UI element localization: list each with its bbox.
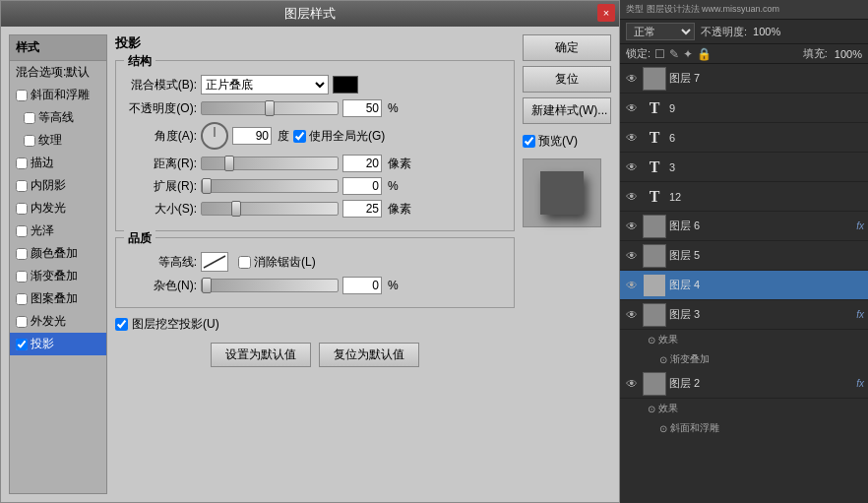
layer-item-layer5[interactable]: 👁 图层 5 <box>620 241 868 271</box>
pattern-overlay-checkbox[interactable] <box>16 293 28 305</box>
ps-blend-select[interactable]: 正常 <box>626 23 695 40</box>
layer-item-layer7[interactable]: 👁 图层 7 <box>620 64 868 94</box>
layer-item-layer3t[interactable]: 👁 T 3 <box>620 153 868 182</box>
global-light-text: 使用全局光(G) <box>309 128 385 145</box>
new-style-button[interactable]: 新建样式(W)... <box>523 97 611 124</box>
sidebar-item-color-overlay[interactable]: 颜色叠加 <box>10 242 106 265</box>
lock-icon2[interactable]: ✎ <box>669 47 679 61</box>
lock-icon4[interactable]: 🔒 <box>697 47 712 61</box>
color-overlay-checkbox[interactable] <box>16 248 28 260</box>
layer-knockout-checkbox[interactable] <box>115 318 128 331</box>
layer-item-layer6t[interactable]: 👁 T 6 <box>620 123 868 153</box>
sidebar-item-texture[interactable]: 纹理 <box>10 129 106 152</box>
outer-glow-checkbox[interactable] <box>16 316 28 328</box>
stroke-checkbox[interactable] <box>16 157 28 169</box>
distance-slider[interactable] <box>201 157 339 170</box>
layer3t-type: T <box>643 158 666 176</box>
preview-label[interactable]: 预览(V) <box>523 133 611 150</box>
ps-opacity-label: 不透明度: <box>701 25 747 39</box>
distance-input[interactable] <box>342 155 382 172</box>
contour-checkbox[interactable] <box>24 112 35 124</box>
layer-item-layer2[interactable]: 👁 图层 2 fx <box>620 369 868 399</box>
layer-item-layer4[interactable]: 👁 图层 4 <box>620 271 868 300</box>
ps-header-text: 类型 图层设计法法 www.missyuan.com <box>626 3 779 16</box>
ok-button[interactable]: 确定 <box>523 34 611 61</box>
size-slider[interactable] <box>201 202 339 216</box>
layer3t-eye[interactable]: 👁 <box>624 159 640 175</box>
sidebar-item-blending[interactable]: 混合选项:默认 <box>10 61 106 84</box>
sidebar-item-satin[interactable]: 光泽 <box>10 220 106 242</box>
blend-color-swatch[interactable] <box>333 76 358 94</box>
layer12-eye[interactable]: 👁 <box>624 189 640 205</box>
layer4-eye[interactable]: 👁 <box>624 278 640 293</box>
layer7-name: 图层 7 <box>669 71 864 86</box>
layer2-effects-header[interactable]: ⊙ 效果 <box>620 399 868 418</box>
spread-slider[interactable] <box>201 179 339 193</box>
layer12-type: T <box>643 188 666 206</box>
gradient-overlay-checkbox[interactable] <box>16 271 28 283</box>
texture-checkbox[interactable] <box>24 135 35 147</box>
global-light-label[interactable]: 使用全局光(G) <box>293 128 385 145</box>
lock-icon3[interactable]: ✦ <box>683 47 693 61</box>
bevel-checkbox[interactable] <box>16 90 28 101</box>
layer-item-layer3r[interactable]: 👁 图层 3 fx <box>620 300 868 330</box>
spread-input[interactable] <box>342 177 382 195</box>
inner-shadow-checkbox[interactable] <box>16 180 28 192</box>
layer9-eye[interactable]: 👁 <box>624 100 640 116</box>
blend-mode-select[interactable]: 正片叠底 正常 溶解 <box>201 75 329 94</box>
layer6r-eye[interactable]: 👁 <box>624 219 640 234</box>
reset-default-button[interactable]: 复位为默认值 <box>319 343 419 367</box>
sidebar-item-stroke[interactable]: 描边 <box>10 152 106 174</box>
layer-item-layer9[interactable]: 👁 T 9 <box>620 94 868 123</box>
noise-slider[interactable] <box>201 279 339 292</box>
sidebar-item-gradient-overlay[interactable]: 渐变叠加 <box>10 265 106 287</box>
layer-item-layer6r[interactable]: 👁 图层 6 fx <box>620 212 868 241</box>
layer7-eye[interactable]: 👁 <box>624 71 640 87</box>
noise-unit: % <box>388 279 399 292</box>
structure-section: 结构 混合模式(B): 正片叠底 正常 溶解 不透明度(O): <box>115 60 515 231</box>
bevel-effect-label: 斜面和浮雕 <box>670 421 719 435</box>
preview-checkbox[interactable] <box>523 135 535 148</box>
size-unit: 像素 <box>388 201 411 218</box>
opacity-slider[interactable] <box>201 101 339 115</box>
outer-glow-label: 外发光 <box>31 313 66 330</box>
global-light-checkbox[interactable] <box>293 130 306 143</box>
layer3r-effects-header[interactable]: ⊙ 效果 <box>620 330 868 349</box>
sidebar-item-inner-shadow[interactable]: 内阴影 <box>10 174 106 197</box>
cancel-button[interactable]: 复位 <box>523 66 611 93</box>
ps-lock-label: 锁定: <box>626 46 651 61</box>
size-thumb[interactable] <box>231 201 241 217</box>
set-default-button[interactable]: 设置为默认值 <box>211 343 311 367</box>
sidebar-item-outer-glow[interactable]: 外发光 <box>10 310 106 333</box>
sidebar-item-drop-shadow[interactable]: 投影 <box>10 333 106 355</box>
anti-alias-checkbox[interactable] <box>238 256 251 269</box>
layer6t-eye[interactable]: 👁 <box>624 130 640 146</box>
inner-glow-checkbox[interactable] <box>16 203 28 215</box>
dialog-close-button[interactable]: × <box>597 4 615 22</box>
angle-input[interactable] <box>232 127 272 145</box>
distance-thumb[interactable] <box>224 156 234 171</box>
sidebar-item-pattern-overlay[interactable]: 图案叠加 <box>10 287 106 310</box>
sidebar-item-inner-glow[interactable]: 内发光 <box>10 197 106 220</box>
anti-alias-label[interactable]: 消除锯齿(L) <box>238 254 316 271</box>
satin-checkbox[interactable] <box>16 225 28 237</box>
drop-shadow-checkbox[interactable] <box>16 339 28 350</box>
noise-input[interactable] <box>342 277 382 294</box>
angle-dial[interactable] <box>201 122 228 150</box>
opacity-input[interactable] <box>342 99 382 117</box>
layer2-eye[interactable]: 👁 <box>624 376 640 392</box>
contour-curve[interactable] <box>201 252 228 272</box>
opacity-thumb[interactable] <box>265 100 275 116</box>
sidebar-item-bevel[interactable]: 斜面和浮雕 <box>10 84 106 106</box>
sidebar-item-contour[interactable]: 等高线 <box>10 106 106 129</box>
layer5-eye[interactable]: 👁 <box>624 248 640 264</box>
layer-item-layer12[interactable]: 👁 T 12 <box>620 182 868 212</box>
lock-icon1[interactable]: ☐ <box>654 47 665 61</box>
size-input[interactable] <box>342 200 382 218</box>
noise-thumb[interactable] <box>202 278 212 293</box>
layer2-bevel-effect[interactable]: ⊙ 斜面和浮雕 <box>620 418 868 438</box>
layer3r-gradient-effect[interactable]: ⊙ 渐变叠加 <box>620 349 868 369</box>
spread-thumb[interactable] <box>202 178 212 194</box>
layer3r-eye[interactable]: 👁 <box>624 307 640 323</box>
satin-label: 光泽 <box>31 222 54 239</box>
